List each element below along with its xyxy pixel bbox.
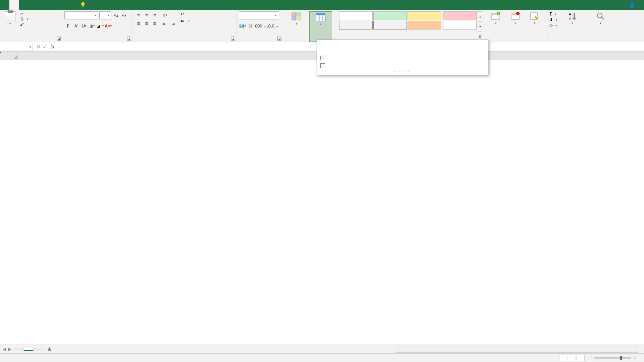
style-gut[interactable]: [373, 11, 407, 20]
alignment-dialog-launcher[interactable]: ◢: [231, 37, 235, 41]
clipboard-dialog-launcher[interactable]: ◢: [57, 37, 61, 41]
clipboard-icon: [5, 11, 15, 22]
tell-me-search[interactable]: 💡: [75, 2, 93, 8]
tab-einfuegen[interactable]: [19, 0, 28, 10]
increase-decimal-button[interactable]: ←,0: [263, 22, 270, 29]
normal-view-button[interactable]: [559, 355, 567, 361]
zoom-slider[interactable]: [594, 357, 631, 359]
bold-button[interactable]: F: [64, 22, 72, 29]
style-standard[interactable]: [339, 11, 373, 20]
orientation-button[interactable]: ⤭▾: [161, 11, 168, 19]
font-size-select[interactable]: ▾: [99, 11, 111, 19]
cond-format-icon: [291, 12, 302, 21]
fx-icon[interactable]: fx: [50, 44, 56, 50]
table-icon: [315, 12, 326, 22]
svg-rect-3: [297, 17, 301, 20]
page-break-view-button[interactable]: [577, 355, 585, 361]
svg-rect-2: [292, 17, 296, 20]
share-button[interactable]: 👤: [622, 2, 644, 8]
zoom-out-button[interactable]: −: [590, 355, 593, 360]
svg-rect-1: [297, 13, 301, 16]
table-style-icon: [320, 56, 325, 60]
new-pivot-style-button[interactable]: [317, 62, 488, 69]
svg-rect-5: [316, 15, 325, 21]
style-neutral[interactable]: [408, 11, 441, 20]
shrink-font-button[interactable]: A▾: [121, 12, 127, 19]
border-button[interactable]: ⊞▾: [89, 22, 96, 29]
number-format-select[interactable]: ▾: [239, 11, 279, 19]
cancel-formula-icon[interactable]: ✕: [36, 44, 41, 50]
tab-start[interactable]: [9, 0, 19, 10]
comma-format-button[interactable]: 000: [255, 22, 262, 29]
find-select-button[interactable]: ▾: [587, 11, 614, 42]
style-erklaerender[interactable]: [443, 21, 477, 29]
status-bar: − +: [0, 353, 644, 362]
tab-ansicht[interactable]: [66, 0, 75, 10]
style-schlecht[interactable]: [443, 11, 477, 20]
delete-cells-button[interactable]: ×▾: [506, 11, 525, 25]
decrease-indent-button[interactable]: ⇤: [161, 20, 168, 27]
merge-center-button[interactable]: ⬌ ▾: [180, 18, 190, 23]
enter-formula-icon[interactable]: ✓: [43, 44, 47, 50]
file-tab[interactable]: [0, 0, 9, 10]
number-dialog-launcher[interactable]: ◢: [277, 37, 281, 41]
grow-font-button[interactable]: A▴: [113, 12, 119, 19]
format-as-table-button[interactable]: ▾: [309, 11, 332, 42]
styles-scroll[interactable]: ▴▾⊟: [478, 11, 482, 42]
ribbon: ▾ ✂ ⎘ ▾ 🖌 ◢ ▾ ▾ A▴ A▾ F K U▾ ⊞▾ ◢▾: [0, 10, 644, 42]
fill-button[interactable]: ⬇ ▾: [549, 17, 557, 22]
zoom-in-button[interactable]: +: [633, 355, 636, 360]
title-bar: 💡 👤: [0, 0, 644, 10]
name-box[interactable]: ▾: [2, 43, 33, 51]
gallery-resize-handle[interactable]: • • • •: [317, 69, 488, 74]
svg-point-21: [597, 13, 602, 18]
select-all-corner[interactable]: [0, 52, 18, 60]
align-top-button[interactable]: ≡: [135, 11, 142, 19]
add-sheet-button[interactable]: ⊕: [43, 346, 56, 352]
autosum-button[interactable]: Σ ▾: [549, 11, 557, 16]
font-color-button[interactable]: A▾: [105, 22, 112, 29]
cell-styles-gallery[interactable]: [339, 11, 441, 42]
align-center-button[interactable]: ≣: [143, 19, 150, 27]
style-eingabe[interactable]: [408, 21, 441, 29]
sheet-tab-1[interactable]: [24, 348, 34, 351]
align-left-button[interactable]: ≣: [135, 19, 142, 27]
wrap-text-button[interactable]: ↩: [180, 11, 190, 16]
align-middle-button[interactable]: ≡: [143, 11, 150, 19]
copy-button[interactable]: ⎘ ▾: [19, 17, 29, 21]
sheet-tab-0[interactable]: [14, 348, 24, 351]
increase-indent-button[interactable]: ⇥: [169, 20, 176, 27]
tab-seitenlayout[interactable]: [28, 0, 38, 10]
format-cells-button[interactable]: ▾: [525, 11, 544, 25]
underline-button[interactable]: U▾: [80, 22, 88, 29]
style-ausgabe[interactable]: [339, 21, 373, 29]
percent-format-button[interactable]: %: [247, 22, 254, 29]
accounting-format-button[interactable]: 💶▾: [239, 22, 246, 29]
page-layout-view-button[interactable]: [568, 355, 576, 361]
sheet-nav-prev[interactable]: ◀: [3, 347, 6, 352]
insert-icon: +: [490, 11, 501, 21]
font-name-select[interactable]: ▾: [64, 11, 98, 19]
font-dialog-launcher[interactable]: ◢: [127, 37, 131, 41]
conditional-formatting-button[interactable]: ▾: [285, 11, 308, 42]
format-painter-button[interactable]: 🖌: [19, 22, 29, 27]
tab-formeln[interactable]: [38, 0, 47, 10]
sheet-tab-2[interactable]: [34, 348, 43, 351]
tab-daten[interactable]: [47, 0, 56, 10]
insert-cells-button[interactable]: +▾: [486, 11, 505, 25]
tab-ueberpruefen[interactable]: [56, 0, 66, 10]
horizontal-scrollbar[interactable]: [396, 347, 638, 353]
new-table-style-button[interactable]: [317, 54, 488, 62]
decrease-decimal-button[interactable]: ,0→: [271, 22, 278, 29]
clear-button[interactable]: ◇ ▾: [549, 23, 557, 28]
sheet-nav-next[interactable]: ▶: [8, 347, 11, 352]
align-right-button[interactable]: ≣: [151, 19, 158, 27]
sort-filter-button[interactable]: AZ▾: [559, 11, 586, 42]
paste-button[interactable]: ▾: [2, 11, 18, 42]
italic-button[interactable]: K: [72, 22, 80, 29]
align-bottom-button[interactable]: ≡: [151, 11, 158, 19]
style-berechnung[interactable]: [373, 21, 407, 29]
worksheet-grid[interactable]: [0, 52, 644, 351]
fill-color-button[interactable]: ◢▾: [97, 22, 104, 29]
cut-button[interactable]: ✂: [19, 11, 29, 16]
